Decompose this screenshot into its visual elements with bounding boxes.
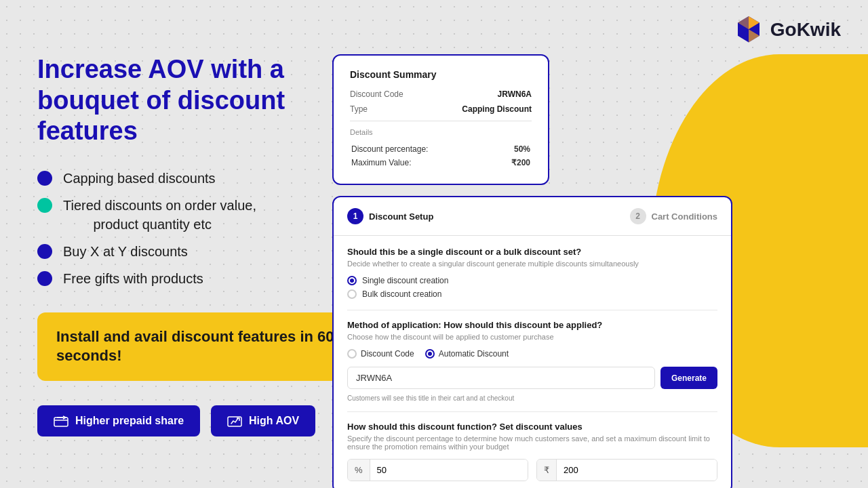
summary-divider — [350, 121, 532, 121]
summary-type-value: Capping Discount — [462, 104, 532, 114]
gokwik-logo-text: GoKwik — [770, 19, 841, 41]
percent-prefix: % — [348, 460, 370, 481]
question1-radio-group: Single discount creation Bulk discount c… — [347, 276, 717, 299]
bullet-text-3: Buy X at Y discounts — [63, 242, 188, 261]
bullet-dot-1 — [37, 171, 52, 186]
question3-desc: Specify the discount percentage to deter… — [347, 434, 717, 451]
step1-indicator: 1 Discount Setup — [347, 208, 433, 224]
setup-body: Should this be a single discount or a bu… — [334, 236, 731, 488]
step1-label: Discount Setup — [369, 211, 433, 222]
details-label: Details — [350, 128, 532, 136]
section-divider-2 — [347, 411, 717, 412]
rupee-prefix: ₹ — [537, 460, 557, 481]
radio-bulk-label: Bulk discount creation — [362, 289, 441, 299]
bullet-dot-3 — [37, 244, 52, 259]
header-logo: GoKwik — [732, 14, 841, 46]
discount-value-row: % ₹ — [347, 459, 717, 481]
right-panel: Discount Summary Discount Code JRWN6A Ty… — [332, 54, 732, 488]
aov-btn-label: High AOV — [249, 415, 299, 427]
rupee-input[interactable] — [557, 460, 717, 481]
svg-rect-6 — [54, 418, 68, 426]
prepaid-btn-label: Higher prepaid share — [75, 415, 184, 427]
aov-icon — [227, 415, 242, 427]
question2-title: Method of application: How should this d… — [347, 320, 717, 330]
radio-automatic-discount[interactable]: Automatic Discount — [425, 349, 509, 359]
radio-code-label: Discount Code — [361, 349, 414, 359]
summary-card-title: Discount Summary — [350, 69, 532, 80]
cta-box-text: Install and avail discount features in 6… — [56, 327, 351, 366]
rupee-input-group: ₹ — [536, 459, 717, 481]
summary-code-row: Discount Code JRWN6A — [350, 89, 532, 99]
section-divider-1 — [347, 310, 717, 310]
table-row: Discount percentage: 50% — [351, 143, 530, 155]
summary-type-row: Type Capping Discount — [350, 104, 532, 114]
generate-button[interactable]: Generate — [660, 367, 717, 389]
bullet-text-2: Tiered discounts on order value, product… — [63, 196, 256, 234]
higher-prepaid-share-button[interactable]: Higher prepaid share — [37, 405, 200, 436]
radio-code-dot — [347, 349, 357, 359]
method-row: Discount Code Automatic Discount — [347, 349, 717, 359]
question2-desc: Choose how the discount will be applied … — [347, 333, 717, 341]
code-helper-text: Customers will see this title in their c… — [347, 394, 717, 402]
bullet-dot-4 — [37, 271, 52, 286]
cta-yellow-box: Install and avail discount features in 6… — [37, 312, 370, 381]
high-aov-button[interactable]: High AOV — [211, 405, 315, 436]
question1-title: Should this be a single discount or a bu… — [347, 247, 717, 257]
radio-single-label: Single discount creation — [362, 276, 448, 285]
detail-row-label-1: Discount percentage: — [351, 143, 494, 155]
percent-input-group: % — [347, 459, 528, 481]
setup-header: 1 Discount Setup 2 Cart Conditions — [334, 197, 731, 236]
discount-setup-card: 1 Discount Setup 2 Cart Conditions Shoul… — [332, 196, 732, 488]
radio-auto-label: Automatic Discount — [439, 349, 509, 359]
bullet-text-1: Capping based discounts — [63, 169, 216, 188]
step2-indicator: 2 Cart Conditions — [630, 208, 718, 224]
detail-row-value-1: 50% — [495, 143, 530, 155]
discount-summary-card: Discount Summary Discount Code JRWN6A Ty… — [332, 54, 549, 185]
radio-single-discount[interactable]: Single discount creation — [347, 276, 717, 285]
summary-code-label: Discount Code — [350, 89, 403, 99]
step1-circle: 1 — [347, 208, 363, 224]
prepaid-icon — [54, 415, 68, 427]
percent-input[interactable] — [370, 460, 528, 481]
radio-bulk-discount[interactable]: Bulk discount creation — [347, 289, 717, 299]
gokwik-logo-icon — [732, 14, 765, 46]
step2-label: Cart Conditions — [652, 211, 718, 222]
radio-auto-dot — [425, 349, 435, 359]
code-input-row: Generate — [347, 367, 717, 389]
detail-row-label-2: Maximum Value: — [351, 157, 494, 169]
discount-code-input[interactable] — [347, 367, 655, 389]
radio-discount-code[interactable]: Discount Code — [347, 349, 414, 359]
details-table: Discount percentage: 50% Maximum Value: … — [350, 142, 532, 170]
detail-row-value-2: ₹200 — [495, 157, 530, 169]
step2-circle: 2 — [630, 208, 646, 224]
summary-code-value: JRWN6A — [498, 89, 532, 99]
bullet-text-4: Free gifts with products — [63, 269, 203, 288]
question1-desc: Decide whether to create a singular disc… — [347, 260, 717, 268]
table-row: Maximum Value: ₹200 — [351, 157, 530, 169]
summary-type-label: Type — [350, 104, 368, 114]
radio-single-dot — [347, 276, 357, 285]
bullet-dot-2 — [37, 198, 52, 213]
radio-bulk-dot — [347, 289, 357, 299]
question3-title: How should this discount function? Set d… — [347, 422, 717, 432]
